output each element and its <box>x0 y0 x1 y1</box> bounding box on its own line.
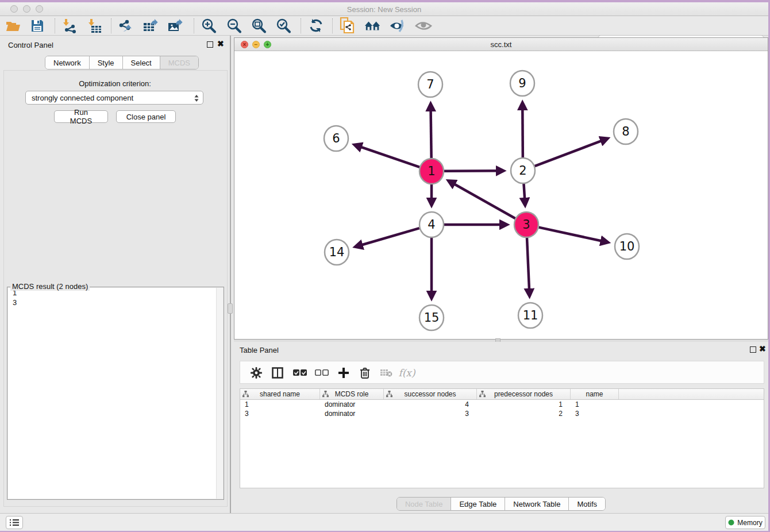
tab-select[interactable]: Select <box>123 56 160 69</box>
node-1[interactable]: 1 <box>419 159 444 184</box>
network-window-titlebar[interactable]: × − + scc.txt <box>234 38 768 51</box>
refresh-layout-icon[interactable] <box>307 18 325 34</box>
criterion-selected-value: strongly connected component <box>32 94 133 102</box>
import-network-icon[interactable] <box>61 18 78 34</box>
show-columns-icon[interactable] <box>270 365 286 381</box>
export-network-icon[interactable] <box>117 18 134 34</box>
node-label: 4 <box>428 218 435 232</box>
network-canvas[interactable]: 7968124314101511 <box>234 51 768 339</box>
edge-2-3[interactable] <box>523 183 525 205</box>
node-10[interactable]: 10 <box>615 234 639 259</box>
node-7[interactable]: 7 <box>418 72 442 97</box>
zoom-selected-icon[interactable] <box>275 18 292 34</box>
first-neighbors-icon[interactable] <box>364 18 382 34</box>
mcds-result-item[interactable]: 3 <box>8 298 223 307</box>
hide-selected-icon[interactable] <box>389 18 406 34</box>
task-history-button[interactable] <box>6 516 23 529</box>
edge-3-11[interactable] <box>527 237 530 296</box>
table-cell[interactable]: dominator <box>320 400 384 409</box>
edge-4-14[interactable] <box>356 228 419 246</box>
close-table-panel-icon[interactable]: ✖ <box>759 345 766 353</box>
node-label: 7 <box>426 78 434 91</box>
table-cell[interactable]: 1 <box>477 400 571 409</box>
run-mcds-button[interactable]: Run MCDS <box>54 110 108 123</box>
tab-node-table[interactable]: Node Table <box>397 498 452 510</box>
table-row[interactable]: 3dominator323 <box>240 409 764 418</box>
edge-3-1[interactable] <box>449 181 515 219</box>
column-header-MCDS-role[interactable]: MCDS role <box>320 389 384 399</box>
node-label: 14 <box>329 245 345 259</box>
tab-mcds[interactable]: MCDS <box>160 56 198 69</box>
edge-1-7[interactable] <box>430 104 431 159</box>
table-cell[interactable]: 4 <box>384 400 477 409</box>
node-11[interactable]: 11 <box>518 303 542 328</box>
zoom-in-icon[interactable] <box>200 18 217 34</box>
criterion-select[interactable]: strongly connected component <box>25 91 203 105</box>
table-cell[interactable]: 3 <box>384 409 477 418</box>
tab-network[interactable]: Network <box>45 56 90 69</box>
export-table-icon[interactable] <box>143 18 160 34</box>
table-cell[interactable]: 1 <box>571 400 619 409</box>
float-panel-icon[interactable] <box>207 41 213 48</box>
node-15[interactable]: 15 <box>419 305 444 330</box>
table-cell[interactable]: dominator <box>320 409 384 418</box>
add-row-icon[interactable] <box>336 365 352 381</box>
delete-row-icon[interactable] <box>357 365 373 381</box>
table-header-row: shared nameMCDS rolesuccessor nodesprede… <box>240 389 764 400</box>
table-row[interactable]: 1dominator411 <box>240 400 764 409</box>
settings-gear-icon[interactable] <box>248 365 264 381</box>
column-header-shared-name[interactable]: shared name <box>240 389 320 399</box>
edge-1-2[interactable] <box>444 171 503 171</box>
zoom-out-icon[interactable] <box>225 18 242 34</box>
edge-3-10[interactable] <box>538 228 607 242</box>
select-all-rows-icon[interactable] <box>292 365 308 381</box>
node-8[interactable]: 8 <box>614 119 638 144</box>
open-session-icon[interactable] <box>5 18 22 34</box>
edge-1-6[interactable] <box>355 145 419 167</box>
tab-style[interactable]: Style <box>90 56 123 69</box>
node-3[interactable]: 3 <box>514 212 538 237</box>
function-builder-icon[interactable]: f(x) <box>399 365 415 381</box>
table-cell[interactable]: 3 <box>240 409 320 418</box>
table-cell[interactable]: 2 <box>477 409 571 418</box>
panel-splitter-handle[interactable] <box>228 303 233 314</box>
tab-motifs[interactable]: Motifs <box>569 498 605 510</box>
control-panel-header: Control Panel ✖ <box>0 36 230 53</box>
fx-label: f(x) <box>398 367 415 379</box>
memory-button[interactable]: Memory <box>725 516 765 529</box>
node-2[interactable]: 2 <box>511 158 535 183</box>
mcds-result-list[interactable]: 13 <box>8 288 223 499</box>
save-session-icon[interactable] <box>29 18 46 34</box>
toolbar-separator <box>55 18 55 33</box>
column-header-predecessor-nodes[interactable]: predecessor nodes <box>477 389 571 399</box>
main-titlebar: Session: New Session <box>0 2 768 16</box>
network-window-title: scc.txt <box>234 40 768 49</box>
tab-network-table[interactable]: Network Table <box>505 498 569 510</box>
show-all-icon[interactable] <box>415 18 432 34</box>
deselect-all-rows-icon[interactable] <box>314 365 330 381</box>
node-label: 8 <box>622 125 629 138</box>
column-header-name[interactable]: name <box>571 389 619 399</box>
edge-2-9[interactable] <box>522 103 523 158</box>
column-label: predecessor nodes <box>494 390 553 398</box>
delete-table-icon[interactable] <box>378 365 394 381</box>
close-panel-icon[interactable]: ✖ <box>217 40 224 48</box>
tab-edge-table[interactable]: Edge Table <box>451 498 505 510</box>
table-cell[interactable]: 1 <box>240 400 320 409</box>
table-cell[interactable]: 3 <box>571 409 619 418</box>
export-image-icon[interactable] <box>167 18 184 34</box>
edge-2-8[interactable] <box>535 138 608 166</box>
node-6[interactable]: 6 <box>324 126 348 151</box>
float-table-panel-icon[interactable] <box>750 346 756 353</box>
network-from-selection-icon[interactable] <box>339 18 356 34</box>
import-table-icon[interactable] <box>86 18 103 34</box>
result-scrollbar[interactable] <box>216 288 223 499</box>
chevron-up-down-icon <box>192 93 201 103</box>
zoom-fit-icon[interactable] <box>250 18 267 34</box>
close-panel-button[interactable]: Close panel <box>116 110 176 123</box>
node-9[interactable]: 9 <box>510 71 534 96</box>
node-4[interactable]: 4 <box>419 212 444 237</box>
node-14[interactable]: 14 <box>325 240 349 265</box>
node-label: 11 <box>523 309 538 322</box>
column-header-successor-nodes[interactable]: successor nodes <box>384 389 477 399</box>
